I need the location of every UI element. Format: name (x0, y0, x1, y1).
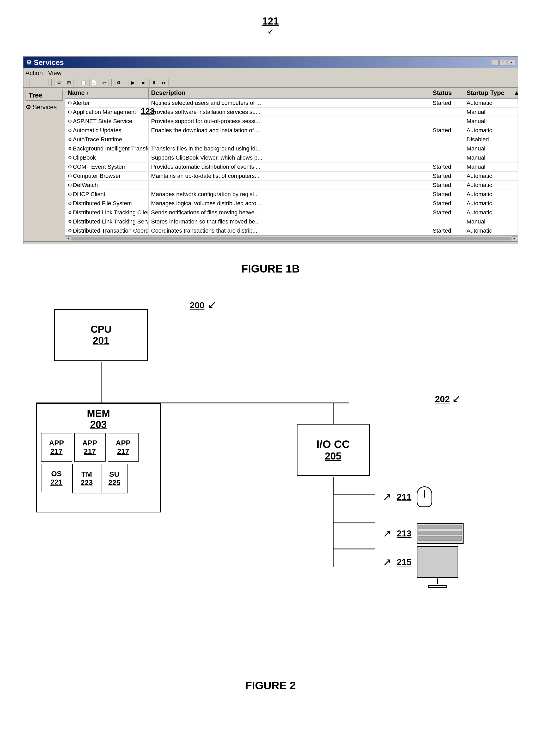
service-name: ClipBook (73, 154, 96, 161)
table-row[interactable]: ⚙ DHCP Client Manages network configurat… (65, 190, 518, 199)
label-200: 200 (190, 300, 205, 310)
app-boxes-row: APP 217 APP 217 APP 217 (41, 433, 156, 461)
service-startup-cell: Manual (464, 163, 511, 171)
service-name-cell: ⚙ DefWatch (65, 181, 149, 190)
service-extra-cell (511, 208, 518, 217)
service-startup: Manual (467, 118, 485, 125)
forward-button[interactable]: → (40, 79, 49, 86)
os-box: OS 221 (41, 464, 72, 492)
back-button[interactable]: ← (29, 79, 38, 86)
minimize-button[interactable]: _ (491, 60, 498, 65)
service-extra-cell (511, 135, 518, 144)
col-scroll-up[interactable]: ▲ (511, 88, 518, 98)
service-desc-cell: Provides automatic distribution of event… (149, 163, 430, 171)
service-icon: ⚙ (68, 128, 72, 133)
service-status-cell: Started (430, 208, 464, 217)
service-startup-cell: Automatic (464, 99, 511, 107)
service-name: Distributed Transaction Coordinator (73, 228, 149, 234)
folder-button[interactable]: ⊞ (65, 79, 74, 86)
service-icon: ⚙ (68, 146, 72, 152)
service-extra-cell (511, 172, 518, 181)
service-icon: ⚙ (68, 228, 72, 234)
table-row[interactable]: ⚙ Distributed Link Tracking Server Store… (65, 217, 518, 226)
service-desc-cell: Maintains an up-to-date list of computer… (149, 172, 430, 181)
scroll-track[interactable] (71, 237, 512, 241)
horizontal-scrollbar[interactable]: ◄ ► (65, 236, 518, 241)
table-row[interactable]: ⚙ ASP.NET State Service Provides support… (65, 117, 518, 126)
arrow-213: ↗ (383, 527, 392, 539)
services-tree-item[interactable]: ⚙ Services (26, 104, 63, 111)
computer-button[interactable]: 🖥 (54, 79, 63, 86)
service-startup-cell: Automatic (464, 172, 511, 181)
service-status-cell (430, 108, 464, 117)
table-row[interactable]: ⚙ ClipBook Supports ClipBook Viewer, whi… (65, 153, 518, 163)
pause-button[interactable]: ⏸ (149, 79, 158, 86)
copy-button[interactable]: 📋 (79, 79, 88, 86)
toolbar-sep-4 (111, 79, 112, 86)
service-status-cell (430, 217, 464, 226)
service-icon: ⚙ (68, 219, 72, 225)
scroll-right-button[interactable]: ► (512, 236, 517, 241)
table-row[interactable]: ⚙ Application Management Provides softwa… (65, 108, 518, 117)
col-status[interactable]: Status (430, 88, 464, 98)
play-button[interactable]: ▶ (129, 79, 137, 86)
service-startup: Manual (467, 154, 485, 161)
mem-num: 203 (90, 419, 107, 430)
label-123-container: 123 (136, 106, 155, 116)
label-202: 202 (435, 394, 450, 404)
service-extra-cell (511, 163, 518, 171)
table-row[interactable]: ⚙ Automatic Updates Enables the download… (65, 126, 518, 135)
service-desc-cell: Enables the download and installation of… (149, 126, 430, 135)
service-name-cell: ⚙ DHCP Client (65, 190, 149, 199)
menu-action[interactable]: Action (26, 69, 43, 77)
label-123: 123 (141, 106, 155, 116)
service-startup: Manual (467, 109, 485, 116)
close-button[interactable]: × (508, 60, 515, 65)
service-startup-cell: Automatic (464, 226, 511, 235)
service-status-cell: Started (430, 172, 464, 181)
paste-button[interactable]: 📄 (89, 79, 98, 86)
service-startup-cell: Automatic (464, 208, 511, 217)
table-row[interactable]: ⚙ Distributed Link Tracking Client Sends… (65, 208, 518, 217)
undo-button[interactable]: ↩ (100, 79, 109, 86)
service-status: Started (433, 164, 451, 170)
service-startup: Automatic (467, 182, 492, 189)
scroll-left-button[interactable]: ◄ (66, 236, 71, 241)
tree-header[interactable]: Tree (26, 90, 63, 101)
label-213: 213 (397, 528, 412, 538)
col-startup[interactable]: Startup Type (464, 88, 511, 98)
table-row[interactable]: ⚙ DefWatch Started Automatic (65, 181, 518, 190)
service-startup: Automatic (467, 200, 492, 207)
service-description: Notifies selected users and computers of… (151, 100, 261, 106)
table-row[interactable]: ⚙ AutoTrace Runtime Disabled (65, 135, 518, 144)
table-header: Name ↑ Description Status Startup Type ▲ (65, 88, 518, 99)
stop-button[interactable]: ■ (139, 79, 148, 86)
keyboard-icon (417, 523, 464, 544)
fig2-diagram: 200 ↙ CPU 201 202 ↙ MEM 203 APP 217 (23, 294, 518, 658)
col-description[interactable]: Description (149, 88, 430, 98)
service-status-cell: Started (430, 190, 464, 199)
service-name-cell: ⚙ Distributed Link Tracking Client (65, 208, 149, 217)
title-bar-controls: _ □ × (491, 60, 515, 65)
arrow-211: ↗ (383, 491, 392, 503)
col-name[interactable]: Name ↑ (65, 88, 149, 98)
maximize-button[interactable]: □ (500, 60, 507, 65)
menu-view[interactable]: View (48, 69, 62, 77)
service-description: Provides software installation services … (151, 109, 261, 116)
toolbar-sep-5 (126, 79, 126, 86)
refresh-button[interactable]: ♻ (114, 79, 123, 86)
services-icon: ⚙ (26, 59, 32, 66)
service-icon: ⚙ (68, 191, 72, 197)
table-row[interactable]: ⚙ Distributed Transaction Coordinator Co… (65, 226, 518, 236)
next-button[interactable]: ⏭ (160, 79, 169, 86)
table-row[interactable]: ⚙ Computer Browser Maintains an up-to-da… (65, 172, 518, 181)
table-row[interactable]: ⚙ COM+ Event System Provides automatic d… (65, 163, 518, 172)
os-tm-row: OS 221 TM 223 SU 225 (41, 464, 156, 493)
service-desc-cell: Sends notifications of files moving betw… (149, 208, 430, 217)
service-desc-cell: Provides support for out-of-process sess… (149, 117, 430, 126)
service-name: Background Intelligent Transfer Service (73, 145, 149, 152)
service-startup-cell: Automatic (464, 190, 511, 199)
table-row[interactable]: ⚙ Background Intelligent Transfer Servic… (65, 144, 518, 153)
table-row[interactable]: ⚙ Distributed File System Manages logica… (65, 199, 518, 208)
table-row[interactable]: ⚙ Alerter Notifies selected users and co… (65, 99, 518, 108)
